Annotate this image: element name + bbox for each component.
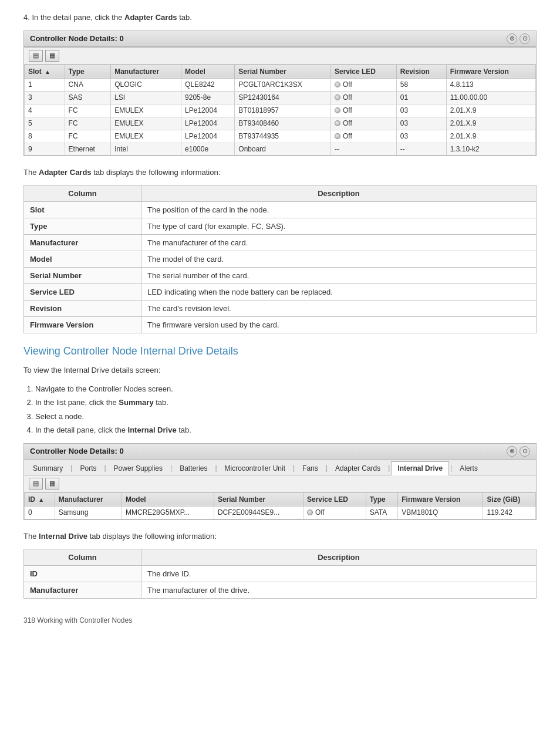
col-type: Type [366, 492, 398, 506]
view-steps-list: Navigate to the Controller Nodes screen.… [35, 383, 537, 436]
table-cell: 03 [396, 130, 446, 143]
col-id: ID ▲ [25, 492, 55, 506]
desc-column-value: The drive ID. [141, 566, 537, 582]
table-cell: 5 [25, 117, 65, 130]
table-cell: 2.01.X.9 [446, 104, 535, 117]
tab-alerts[interactable]: Alerts [453, 461, 484, 475]
table-row: 8FCEMULEXLPe12004BT93744935 Off032.01.X.… [25, 130, 536, 143]
adapter-header-row: Slot ▲ Type Manufacturer Model Serial Nu… [25, 65, 536, 78]
internal-desc-table-body: IDThe drive ID.ManufacturerThe manufactu… [24, 566, 537, 599]
led-indicator [307, 509, 313, 515]
panel-icon-expand[interactable]: ⊙ [519, 33, 530, 44]
desc-table-row: SlotThe position of the card in the node… [24, 202, 537, 218]
section-heading-internal-drive: Viewing Controller Node Internal Drive D… [23, 345, 537, 357]
view-step-2: In the list pane, click the Summary tab. [35, 397, 537, 409]
view-step-3: Select a node. [35, 411, 537, 423]
tab-summary[interactable]: Summary [26, 461, 69, 475]
desc-table-row: ModelThe model of the card. [24, 251, 537, 268]
desc-table-row: ManufacturerThe manufacturer of the driv… [24, 582, 537, 599]
service-led-value: Off [335, 132, 352, 140]
desc-column-value: The firmware version used by the card. [141, 317, 537, 333]
table-cell: Samsung [55, 506, 122, 519]
tab-separator: | [449, 461, 453, 475]
service-led-value: Off [307, 508, 325, 517]
panel-title-2: Controller Node Details: 0 [30, 447, 124, 455]
tab-separator: | [69, 461, 73, 475]
table-cell: e1000e [181, 143, 235, 155]
toolbar-btn-4[interactable]: ▦ [45, 478, 59, 490]
desc-column-name: Manufacturer [24, 235, 141, 251]
panel-toolbar-1: ▤ ▦ [24, 48, 536, 65]
table-cell: CNA [65, 78, 111, 91]
tab-microcontroller-unit[interactable]: Microcontroller Unit [218, 461, 292, 475]
table-cell: 1 [25, 78, 65, 91]
tab-power-supplies[interactable]: Power Supplies [107, 461, 169, 475]
panel-toolbar-2: ▤ ▦ [24, 475, 536, 492]
table-cell: LSI [111, 91, 181, 104]
desc-column-name: Type [24, 218, 141, 235]
toolbar-btn-2[interactable]: ▦ [45, 50, 59, 62]
table-cell: Off [330, 130, 396, 143]
table-cell: MMCRE28G5MXP... [122, 506, 214, 519]
internal-desc-table: Column Description IDThe drive ID.Manufa… [23, 549, 537, 599]
desc-column-value: The model of the card. [141, 251, 537, 268]
toolbar-btn-1[interactable]: ▤ [29, 50, 43, 62]
table-cell: 03 [396, 104, 446, 117]
desc-column-value: The card's revision level. [141, 301, 537, 317]
panel-icon-expand-2[interactable]: ⊙ [519, 446, 530, 457]
table-cell: EMULEX [111, 130, 181, 143]
internal-desc-header-row: Column Description [24, 549, 537, 566]
tab-internal-drive[interactable]: Internal Drive [391, 461, 449, 475]
table-cell: 58 [396, 78, 446, 91]
tab-batteries[interactable]: Batteries [173, 461, 214, 475]
tab-separator: | [103, 461, 107, 475]
internal-header-row: ID ▲ Manufacturer Model Serial Number Se… [25, 492, 536, 506]
tab-adapter-cards[interactable]: Adapter Cards [329, 461, 387, 475]
table-cell: Off [330, 104, 396, 117]
table-cell: 03 [396, 117, 446, 130]
internal-desc-col-description: Description [141, 549, 537, 566]
desc-col-header: Column [24, 185, 141, 202]
table-cell: FC [65, 130, 111, 143]
table-cell: 11.00.00.00 [446, 91, 535, 104]
desc-column-name: Model [24, 251, 141, 268]
table-cell: DCF2E00944SE9... [214, 506, 303, 519]
col-slot: Slot ▲ [25, 65, 65, 78]
table-cell: QLE8242 [181, 78, 235, 91]
col-manufacturer-2: Manufacturer [55, 492, 122, 506]
table-row: 0SamsungMMCRE28G5MXP...DCF2E00944SE9... … [25, 506, 536, 519]
tab-separator: | [214, 461, 218, 475]
view-step-4: In the detail pane, click the Internal D… [35, 424, 537, 436]
led-indicator [335, 120, 340, 126]
table-cell: 2.01.X.9 [446, 130, 535, 143]
service-led-value: Off [335, 119, 352, 127]
table-cell: -- [330, 143, 396, 155]
table-cell: 4.8.113 [446, 78, 535, 91]
table-cell: EMULEX [111, 104, 181, 117]
tab-ports[interactable]: Ports [73, 461, 103, 475]
tab-fans[interactable]: Fans [296, 461, 325, 475]
table-cell: LPe12004 [181, 117, 235, 130]
table-cell: 8 [25, 130, 65, 143]
service-led-value: Off [335, 80, 352, 89]
led-indicator [335, 107, 340, 113]
tab-separator: | [292, 461, 296, 475]
desc-column-name: Service LED [24, 284, 141, 301]
toolbar-btn-3[interactable]: ▤ [29, 478, 43, 490]
panel-icon-close-2[interactable]: ⊗ [507, 446, 517, 457]
internal-drive-table: ID ▲ Manufacturer Model Serial Number Se… [24, 492, 536, 519]
desc-column-value: The serial number of the card. [141, 268, 537, 284]
table-cell: BT01818957 [235, 104, 331, 117]
panel-icon-close[interactable]: ⊗ [507, 33, 517, 44]
col-service-led-2: Service LED [303, 492, 366, 506]
table-row: 1CNAQLOGICQLE8242PCGLT0ARC1K3SX Off584.8… [25, 78, 536, 91]
internal-table-head: ID ▲ Manufacturer Model Serial Number Se… [25, 492, 536, 506]
tabs-bar-2: Summary|Ports|Power Supplies|Batteries|M… [24, 460, 536, 475]
col-serial-number: Serial Number [235, 65, 331, 78]
col-model-2: Model [122, 492, 214, 506]
table-cell: 0 [25, 506, 55, 519]
table-cell: Ethernet [65, 143, 111, 155]
internal-desc-table-head: Column Description [24, 549, 537, 566]
panel-adapter-cards: Controller Node Details: 0 ⊗ ⊙ ▤ ▦ Slot … [23, 31, 537, 156]
panel-title-bar-2: Controller Node Details: 0 ⊗ ⊙ [24, 444, 536, 460]
